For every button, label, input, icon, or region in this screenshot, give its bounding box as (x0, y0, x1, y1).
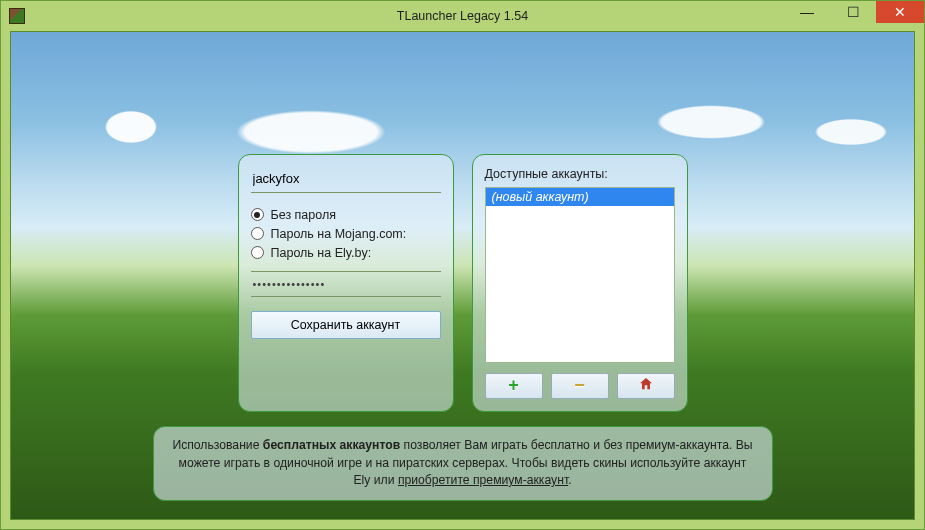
username-input[interactable] (251, 167, 441, 193)
radio-label: Без пароля (271, 208, 337, 222)
accounts-label: Доступные аккаунты: (485, 167, 675, 181)
background-clouds (11, 72, 914, 162)
radio-label: Пароль на Mojang.com: (271, 227, 407, 241)
maximize-button[interactable]: ☐ (830, 1, 876, 23)
remove-account-button[interactable]: − (551, 373, 609, 399)
close-button[interactable]: ✕ (876, 1, 924, 23)
radio-ely[interactable]: Пароль на Ely.by: (251, 246, 441, 260)
home-button[interactable] (617, 373, 675, 399)
minimize-button[interactable]: — (784, 1, 830, 23)
radio-no-password[interactable]: Без пароля (251, 208, 441, 222)
radio-label: Пароль на Ely.by: (271, 246, 372, 260)
minus-icon: − (574, 375, 585, 396)
password-input[interactable] (251, 271, 441, 297)
save-account-button[interactable]: Сохранить аккаунт (251, 311, 441, 339)
radio-icon (251, 227, 264, 240)
accounts-panel: Доступные аккаунты: (новый аккаунт) + − (472, 154, 688, 412)
plus-icon: + (508, 375, 519, 396)
list-item[interactable]: (новый аккаунт) (486, 188, 674, 206)
premium-link[interactable]: приобретите премиум-аккаунт (398, 473, 568, 487)
add-account-button[interactable]: + (485, 373, 543, 399)
radio-icon (251, 208, 264, 221)
login-panel: Без пароля Пароль на Mojang.com: Пароль … (238, 154, 454, 412)
radio-mojang[interactable]: Пароль на Mojang.com: (251, 227, 441, 241)
radio-icon (251, 246, 264, 259)
content-area: Без пароля Пароль на Mojang.com: Пароль … (10, 31, 915, 520)
titlebar[interactable]: TLauncher Legacy 1.54 — ☐ ✕ (1, 1, 924, 31)
info-banner: Использование бесплатных аккаунтов позво… (153, 426, 773, 501)
home-icon (638, 376, 654, 395)
accounts-list[interactable]: (новый аккаунт) (485, 187, 675, 363)
